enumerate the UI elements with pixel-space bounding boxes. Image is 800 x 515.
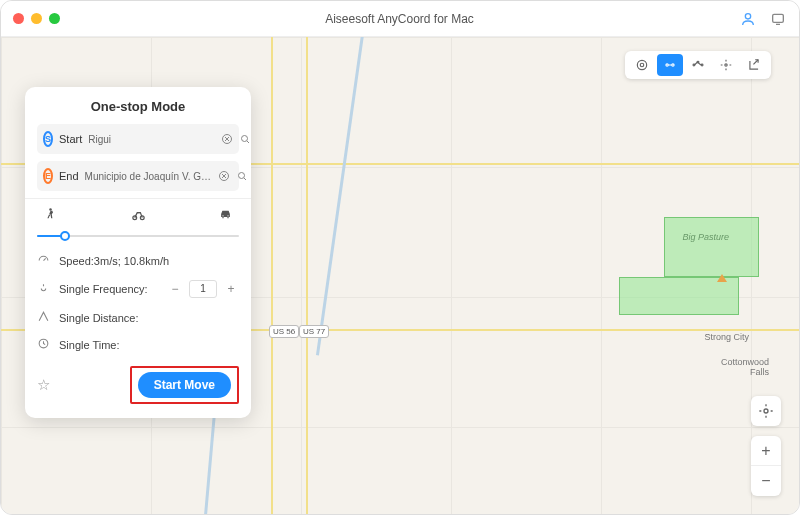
frequency-icon bbox=[37, 282, 51, 297]
search-start-icon[interactable] bbox=[239, 131, 251, 147]
panel-title: One-stop Mode bbox=[37, 99, 239, 114]
minimize-window-button[interactable] bbox=[31, 13, 42, 24]
park-region bbox=[664, 217, 759, 277]
end-location-input[interactable] bbox=[85, 171, 212, 182]
zoom-out-button[interactable]: − bbox=[751, 466, 781, 496]
clear-start-icon[interactable] bbox=[221, 131, 233, 147]
distance-row: Single Distance: bbox=[37, 310, 239, 325]
map-canvas[interactable]: Big Pasture Strong City Cottonwood Falls… bbox=[1, 37, 799, 514]
svg-point-15 bbox=[49, 208, 52, 211]
svg-rect-1 bbox=[773, 14, 784, 22]
profile-icon[interactable] bbox=[739, 10, 757, 28]
route-shield: US 56 bbox=[269, 325, 299, 338]
mode-toolbar bbox=[625, 51, 771, 79]
speed-row: Speed:3m/s; 10.8km/h bbox=[37, 253, 239, 268]
speed-slider[interactable] bbox=[37, 229, 239, 243]
mode-multi-stop[interactable] bbox=[685, 54, 711, 76]
speedometer-icon bbox=[37, 253, 51, 268]
park-region bbox=[619, 277, 739, 315]
distance-label: Single Distance: bbox=[59, 312, 139, 324]
end-badge-icon: E bbox=[43, 168, 53, 184]
time-label: Single Time: bbox=[59, 339, 120, 351]
start-move-highlight: Start Move bbox=[130, 366, 239, 404]
clear-end-icon[interactable] bbox=[218, 168, 230, 184]
mode-modify-location[interactable] bbox=[629, 54, 655, 76]
svg-point-4 bbox=[666, 64, 668, 66]
map-label-strong-city: Strong City bbox=[704, 332, 749, 342]
svg-point-10 bbox=[764, 409, 768, 413]
close-window-button[interactable] bbox=[13, 13, 24, 24]
favorite-icon[interactable]: ☆ bbox=[37, 376, 50, 394]
app-title: Aiseesoft AnyCoord for Mac bbox=[60, 12, 739, 26]
speed-text: Speed:3m/s; 10.8km/h bbox=[59, 255, 169, 267]
start-badge-icon: S bbox=[43, 131, 53, 147]
svg-point-19 bbox=[227, 215, 228, 216]
freq-increase-button[interactable]: + bbox=[223, 282, 239, 296]
map-label-cottonwood: Cottonwood Falls bbox=[721, 357, 769, 377]
walk-mode-icon[interactable] bbox=[43, 207, 58, 225]
end-label: End bbox=[59, 170, 79, 182]
clock-icon bbox=[37, 337, 51, 352]
search-end-icon[interactable] bbox=[236, 168, 248, 184]
mode-joystick[interactable] bbox=[713, 54, 739, 76]
car-mode-icon[interactable] bbox=[218, 207, 233, 225]
start-location-row: S Start bbox=[37, 124, 239, 154]
start-location-input[interactable] bbox=[88, 134, 215, 145]
zoom-in-button[interactable]: + bbox=[751, 436, 781, 466]
time-row: Single Time: bbox=[37, 337, 239, 352]
svg-point-8 bbox=[701, 64, 703, 66]
distance-icon bbox=[37, 310, 51, 325]
recenter-button[interactable] bbox=[751, 396, 781, 426]
fullscreen-window-button[interactable] bbox=[49, 13, 60, 24]
svg-point-9 bbox=[725, 64, 727, 66]
device-icon[interactable] bbox=[769, 10, 787, 28]
svg-point-2 bbox=[640, 63, 644, 67]
svg-point-3 bbox=[637, 60, 646, 69]
zoom-control: + − bbox=[751, 436, 781, 496]
route-shield: US 77 bbox=[299, 325, 329, 338]
svg-point-18 bbox=[222, 215, 223, 216]
app-window: Aiseesoft AnyCoord for Mac Big Pasture S… bbox=[0, 0, 800, 515]
map-label-big-pasture: Big Pasture bbox=[682, 232, 729, 242]
window-controls bbox=[13, 13, 60, 24]
one-stop-panel: One-stop Mode S Start E End bbox=[25, 87, 251, 418]
end-location-row: E End bbox=[37, 161, 239, 191]
svg-point-5 bbox=[672, 64, 674, 66]
svg-point-12 bbox=[242, 136, 248, 142]
map-controls: + − bbox=[751, 396, 781, 496]
transport-modes bbox=[37, 207, 239, 225]
mode-one-stop[interactable] bbox=[657, 54, 683, 76]
titlebar: Aiseesoft AnyCoord for Mac bbox=[1, 1, 799, 37]
frequency-row: Single Frequency: − 1 + bbox=[37, 280, 239, 298]
freq-decrease-button[interactable]: − bbox=[167, 282, 183, 296]
mode-export[interactable] bbox=[741, 54, 767, 76]
svg-point-14 bbox=[238, 173, 244, 179]
bike-mode-icon[interactable] bbox=[131, 207, 146, 225]
svg-point-0 bbox=[745, 13, 750, 18]
start-label: Start bbox=[59, 133, 82, 145]
frequency-label: Single Frequency: bbox=[59, 283, 148, 295]
warning-marker-icon bbox=[717, 274, 727, 282]
start-move-button[interactable]: Start Move bbox=[138, 372, 231, 398]
freq-value-input[interactable]: 1 bbox=[189, 280, 217, 298]
